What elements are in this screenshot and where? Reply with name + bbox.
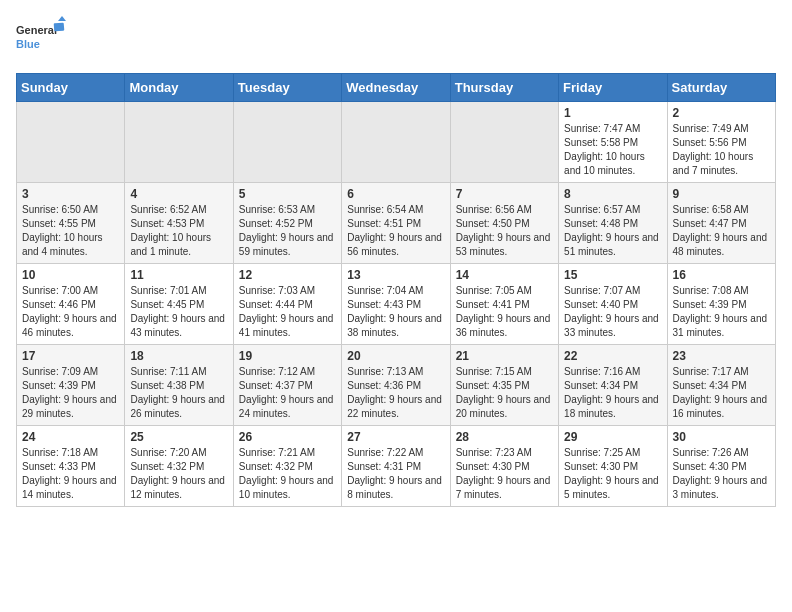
calendar-cell: 7Sunrise: 6:56 AM Sunset: 4:50 PM Daylig… — [450, 183, 558, 264]
day-number: 12 — [239, 268, 336, 282]
calendar-cell: 15Sunrise: 7:07 AM Sunset: 4:40 PM Dayli… — [559, 264, 667, 345]
logo: General Blue — [16, 16, 66, 61]
svg-text:Blue: Blue — [16, 38, 40, 50]
day-number: 1 — [564, 106, 661, 120]
day-content: Sunrise: 6:58 AM Sunset: 4:47 PM Dayligh… — [673, 203, 770, 259]
day-number: 15 — [564, 268, 661, 282]
calendar-cell: 28Sunrise: 7:23 AM Sunset: 4:30 PM Dayli… — [450, 426, 558, 507]
day-number: 27 — [347, 430, 444, 444]
calendar-cell: 18Sunrise: 7:11 AM Sunset: 4:38 PM Dayli… — [125, 345, 233, 426]
calendar-cell: 21Sunrise: 7:15 AM Sunset: 4:35 PM Dayli… — [450, 345, 558, 426]
calendar-cell: 9Sunrise: 6:58 AM Sunset: 4:47 PM Daylig… — [667, 183, 775, 264]
calendar-header-row: SundayMondayTuesdayWednesdayThursdayFrid… — [17, 74, 776, 102]
day-content: Sunrise: 7:11 AM Sunset: 4:38 PM Dayligh… — [130, 365, 227, 421]
day-content: Sunrise: 6:57 AM Sunset: 4:48 PM Dayligh… — [564, 203, 661, 259]
calendar-cell: 13Sunrise: 7:04 AM Sunset: 4:43 PM Dayli… — [342, 264, 450, 345]
calendar-cell: 16Sunrise: 7:08 AM Sunset: 4:39 PM Dayli… — [667, 264, 775, 345]
day-number: 9 — [673, 187, 770, 201]
calendar-cell: 22Sunrise: 7:16 AM Sunset: 4:34 PM Dayli… — [559, 345, 667, 426]
day-number: 26 — [239, 430, 336, 444]
calendar-cell — [17, 102, 125, 183]
day-number: 28 — [456, 430, 553, 444]
calendar-cell — [342, 102, 450, 183]
day-content: Sunrise: 7:09 AM Sunset: 4:39 PM Dayligh… — [22, 365, 119, 421]
day-content: Sunrise: 7:49 AM Sunset: 5:56 PM Dayligh… — [673, 122, 770, 178]
calendar-cell: 24Sunrise: 7:18 AM Sunset: 4:33 PM Dayli… — [17, 426, 125, 507]
column-header-saturday: Saturday — [667, 74, 775, 102]
calendar-cell — [125, 102, 233, 183]
day-content: Sunrise: 7:08 AM Sunset: 4:39 PM Dayligh… — [673, 284, 770, 340]
day-number: 11 — [130, 268, 227, 282]
day-number: 7 — [456, 187, 553, 201]
column-header-sunday: Sunday — [17, 74, 125, 102]
day-content: Sunrise: 7:12 AM Sunset: 4:37 PM Dayligh… — [239, 365, 336, 421]
day-content: Sunrise: 7:03 AM Sunset: 4:44 PM Dayligh… — [239, 284, 336, 340]
day-number: 2 — [673, 106, 770, 120]
day-content: Sunrise: 7:20 AM Sunset: 4:32 PM Dayligh… — [130, 446, 227, 502]
day-content: Sunrise: 7:25 AM Sunset: 4:30 PM Dayligh… — [564, 446, 661, 502]
calendar-cell: 27Sunrise: 7:22 AM Sunset: 4:31 PM Dayli… — [342, 426, 450, 507]
day-number: 3 — [22, 187, 119, 201]
calendar-cell: 3Sunrise: 6:50 AM Sunset: 4:55 PM Daylig… — [17, 183, 125, 264]
calendar-cell — [233, 102, 341, 183]
day-number: 21 — [456, 349, 553, 363]
calendar-week-row: 17Sunrise: 7:09 AM Sunset: 4:39 PM Dayli… — [17, 345, 776, 426]
day-content: Sunrise: 7:15 AM Sunset: 4:35 PM Dayligh… — [456, 365, 553, 421]
day-number: 18 — [130, 349, 227, 363]
day-content: Sunrise: 7:00 AM Sunset: 4:46 PM Dayligh… — [22, 284, 119, 340]
day-number: 17 — [22, 349, 119, 363]
day-number: 23 — [673, 349, 770, 363]
day-number: 8 — [564, 187, 661, 201]
day-number: 16 — [673, 268, 770, 282]
calendar-cell: 26Sunrise: 7:21 AM Sunset: 4:32 PM Dayli… — [233, 426, 341, 507]
day-number: 13 — [347, 268, 444, 282]
calendar-cell: 10Sunrise: 7:00 AM Sunset: 4:46 PM Dayli… — [17, 264, 125, 345]
day-content: Sunrise: 6:52 AM Sunset: 4:53 PM Dayligh… — [130, 203, 227, 259]
day-content: Sunrise: 6:54 AM Sunset: 4:51 PM Dayligh… — [347, 203, 444, 259]
calendar-cell: 30Sunrise: 7:26 AM Sunset: 4:30 PM Dayli… — [667, 426, 775, 507]
day-number: 22 — [564, 349, 661, 363]
column-header-wednesday: Wednesday — [342, 74, 450, 102]
calendar-cell: 29Sunrise: 7:25 AM Sunset: 4:30 PM Dayli… — [559, 426, 667, 507]
day-number: 14 — [456, 268, 553, 282]
day-number: 20 — [347, 349, 444, 363]
calendar-cell: 1Sunrise: 7:47 AM Sunset: 5:58 PM Daylig… — [559, 102, 667, 183]
day-content: Sunrise: 7:16 AM Sunset: 4:34 PM Dayligh… — [564, 365, 661, 421]
day-number: 25 — [130, 430, 227, 444]
svg-text:General: General — [16, 24, 57, 36]
day-content: Sunrise: 7:07 AM Sunset: 4:40 PM Dayligh… — [564, 284, 661, 340]
calendar-cell: 23Sunrise: 7:17 AM Sunset: 4:34 PM Dayli… — [667, 345, 775, 426]
day-content: Sunrise: 6:56 AM Sunset: 4:50 PM Dayligh… — [456, 203, 553, 259]
column-header-tuesday: Tuesday — [233, 74, 341, 102]
svg-marker-2 — [58, 16, 66, 21]
day-content: Sunrise: 7:47 AM Sunset: 5:58 PM Dayligh… — [564, 122, 661, 178]
calendar-cell: 14Sunrise: 7:05 AM Sunset: 4:41 PM Dayli… — [450, 264, 558, 345]
calendar-cell: 4Sunrise: 6:52 AM Sunset: 4:53 PM Daylig… — [125, 183, 233, 264]
calendar-cell: 20Sunrise: 7:13 AM Sunset: 4:36 PM Dayli… — [342, 345, 450, 426]
calendar-cell: 2Sunrise: 7:49 AM Sunset: 5:56 PM Daylig… — [667, 102, 775, 183]
calendar-cell: 12Sunrise: 7:03 AM Sunset: 4:44 PM Dayli… — [233, 264, 341, 345]
calendar-week-row: 1Sunrise: 7:47 AM Sunset: 5:58 PM Daylig… — [17, 102, 776, 183]
column-header-monday: Monday — [125, 74, 233, 102]
day-content: Sunrise: 7:22 AM Sunset: 4:31 PM Dayligh… — [347, 446, 444, 502]
day-content: Sunrise: 7:23 AM Sunset: 4:30 PM Dayligh… — [456, 446, 553, 502]
column-header-friday: Friday — [559, 74, 667, 102]
calendar-cell: 8Sunrise: 6:57 AM Sunset: 4:48 PM Daylig… — [559, 183, 667, 264]
day-content: Sunrise: 6:50 AM Sunset: 4:55 PM Dayligh… — [22, 203, 119, 259]
calendar-week-row: 3Sunrise: 6:50 AM Sunset: 4:55 PM Daylig… — [17, 183, 776, 264]
day-content: Sunrise: 7:21 AM Sunset: 4:32 PM Dayligh… — [239, 446, 336, 502]
svg-rect-3 — [54, 23, 65, 32]
day-content: Sunrise: 7:04 AM Sunset: 4:43 PM Dayligh… — [347, 284, 444, 340]
calendar-cell: 25Sunrise: 7:20 AM Sunset: 4:32 PM Dayli… — [125, 426, 233, 507]
day-number: 10 — [22, 268, 119, 282]
day-number: 30 — [673, 430, 770, 444]
calendar-week-row: 24Sunrise: 7:18 AM Sunset: 4:33 PM Dayli… — [17, 426, 776, 507]
day-content: Sunrise: 7:17 AM Sunset: 4:34 PM Dayligh… — [673, 365, 770, 421]
calendar-cell: 5Sunrise: 6:53 AM Sunset: 4:52 PM Daylig… — [233, 183, 341, 264]
day-number: 4 — [130, 187, 227, 201]
calendar-cell: 11Sunrise: 7:01 AM Sunset: 4:45 PM Dayli… — [125, 264, 233, 345]
day-content: Sunrise: 7:26 AM Sunset: 4:30 PM Dayligh… — [673, 446, 770, 502]
calendar-cell: 17Sunrise: 7:09 AM Sunset: 4:39 PM Dayli… — [17, 345, 125, 426]
calendar-cell — [450, 102, 558, 183]
day-number: 29 — [564, 430, 661, 444]
